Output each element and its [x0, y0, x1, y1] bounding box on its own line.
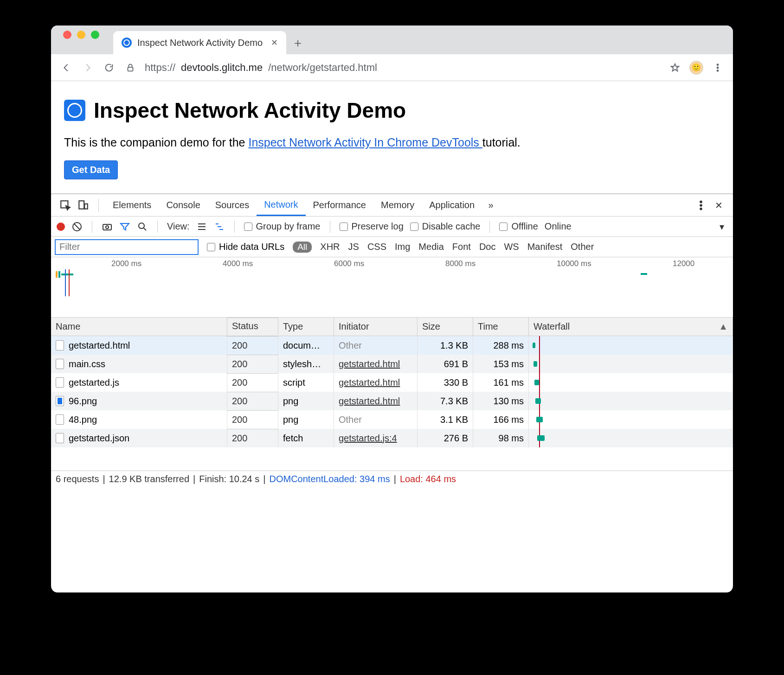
filter-all-pill[interactable]: All	[293, 242, 312, 253]
filter-input[interactable]	[55, 239, 199, 255]
filter-type-manifest[interactable]: Manifest	[527, 242, 563, 252]
clear-button[interactable]	[71, 221, 83, 232]
col-waterfall[interactable]: Waterfall▲	[529, 318, 733, 336]
svg-point-3	[717, 70, 719, 71]
hide-data-urls-checkbox[interactable]: Hide data URLs	[207, 242, 284, 252]
table-header[interactable]: Name Status Type Initiator Size Time Wat…	[51, 318, 733, 336]
devtools-tab-performance[interactable]: Performance	[306, 194, 374, 216]
devtools-tab-console[interactable]: Console	[159, 194, 207, 216]
bookmark-star-icon[interactable]	[668, 61, 682, 75]
forward-button[interactable]	[81, 61, 95, 75]
cell-waterfall	[529, 373, 733, 392]
table-row[interactable]: 48.png200pngOther3.1 KB166 ms	[51, 410, 733, 429]
inspect-element-icon[interactable]	[59, 199, 71, 211]
close-tab-button[interactable]: ✕	[271, 38, 278, 48]
filter-toggle-icon[interactable]	[119, 221, 130, 232]
more-tabs-button[interactable]: »	[485, 199, 497, 211]
status-requests: 6 requests	[56, 474, 99, 484]
svg-point-9	[700, 208, 701, 209]
new-tab-button[interactable]: ＋	[286, 31, 309, 54]
record-button[interactable]	[57, 223, 65, 231]
cell-initiator: Other	[334, 336, 418, 355]
filter-type-other[interactable]: Other	[571, 242, 594, 252]
tab-strip: Inspect Network Activity Demo ✕ ＋	[51, 25, 733, 54]
filter-type-xhr[interactable]: XHR	[320, 242, 340, 252]
reload-button[interactable]	[102, 61, 116, 75]
filter-type-img[interactable]: Img	[395, 242, 410, 252]
cell-initiator[interactable]: getstarted.html	[334, 355, 418, 373]
disable-cache-checkbox[interactable]: Disable cache	[410, 221, 481, 232]
cell-initiator[interactable]: getstarted.js:4	[334, 429, 418, 447]
col-initiator[interactable]: Initiator	[334, 318, 418, 336]
filter-type-doc[interactable]: Doc	[479, 242, 496, 252]
waterfall-view-icon[interactable]	[214, 221, 225, 232]
devtools-menu-button[interactable]	[695, 199, 707, 211]
cell-name: getstarted.html	[69, 340, 130, 351]
col-time[interactable]: Time	[473, 318, 529, 336]
tab-title: Inspect Network Activity Demo	[137, 38, 263, 48]
svg-point-7	[700, 201, 701, 202]
table-row[interactable]: main.css200stylesh…getstarted.html691 B1…	[51, 355, 733, 373]
cell-name: 96.png	[69, 396, 97, 407]
cell-waterfall	[529, 336, 733, 355]
cell-waterfall	[529, 429, 733, 447]
table-row[interactable]: getstarted.js200scriptgetstarted.html330…	[51, 373, 733, 392]
preserve-log-checkbox[interactable]: Preserve log	[340, 221, 404, 232]
cell-initiator[interactable]: getstarted.html	[334, 373, 418, 392]
back-button[interactable]	[59, 61, 73, 75]
browser-tab[interactable]: Inspect Network Activity Demo ✕	[113, 31, 286, 54]
file-icon	[56, 433, 64, 443]
offline-checkbox[interactable]: Offline	[499, 221, 538, 232]
filter-type-ws[interactable]: WS	[504, 242, 519, 252]
col-status[interactable]: Status	[227, 318, 278, 334]
devtools-tab-memory[interactable]: Memory	[373, 194, 422, 216]
file-icon	[56, 377, 64, 388]
cell-type: png	[278, 410, 334, 429]
col-size[interactable]: Size	[418, 318, 473, 336]
filter-type-font[interactable]: Font	[452, 242, 471, 252]
timeline-overview[interactable]: 2000 ms4000 ms6000 ms8000 ms10000 ms1200…	[51, 257, 733, 318]
filter-type-media[interactable]: Media	[418, 242, 443, 252]
col-type[interactable]: Type	[278, 318, 334, 336]
devtools-tab-application[interactable]: Application	[422, 194, 482, 216]
cell-initiator[interactable]: getstarted.html	[334, 392, 418, 410]
url-display[interactable]: https://devtools.glitch.me/network/getst…	[145, 62, 661, 74]
page-title: Inspect Network Activity Demo	[94, 98, 406, 123]
throttling-dropdown[interactable]: ▾	[716, 221, 727, 232]
devtools-tab-sources[interactable]: Sources	[208, 194, 257, 216]
profile-avatar[interactable]: 🙂	[689, 61, 703, 75]
search-icon[interactable]	[137, 221, 148, 232]
svg-point-8	[700, 204, 701, 206]
tutorial-link[interactable]: Inspect Network Activity In Chrome DevTo…	[248, 136, 482, 149]
device-toggle-icon[interactable]	[77, 199, 89, 211]
timeline-tick: 6000 ms	[334, 259, 364, 268]
timeline-tick: 8000 ms	[445, 259, 476, 268]
screenshot-icon[interactable]	[102, 221, 113, 232]
view-label: View:	[167, 221, 190, 232]
group-by-frame-checkbox[interactable]: Group by frame	[244, 221, 321, 232]
cell-time: 153 ms	[473, 355, 529, 373]
col-name[interactable]: Name	[51, 318, 227, 336]
online-label[interactable]: Online	[545, 221, 572, 232]
get-data-button[interactable]: Get Data	[64, 160, 118, 179]
cell-time: 288 ms	[473, 336, 529, 355]
svg-rect-6	[84, 204, 88, 209]
url-host: devtools.glitch.me	[181, 62, 263, 74]
cell-name: main.css	[69, 359, 105, 369]
filter-type-css[interactable]: CSS	[367, 242, 386, 252]
favicon-icon	[122, 38, 132, 48]
close-window-button[interactable]	[63, 31, 71, 39]
large-rows-icon[interactable]	[196, 221, 207, 232]
cell-size: 1.3 KB	[418, 336, 473, 355]
table-row[interactable]: getstarted.html200docum…Other1.3 KB288 m…	[51, 336, 733, 355]
devtools-tab-elements[interactable]: Elements	[105, 194, 159, 216]
browser-menu-button[interactable]	[711, 61, 725, 75]
filter-type-js[interactable]: JS	[348, 242, 359, 252]
devtools-tab-network[interactable]: Network	[257, 194, 305, 216]
devtools-close-button[interactable]: ✕	[713, 199, 725, 211]
maximize-window-button[interactable]	[91, 31, 99, 39]
cell-type: png	[278, 392, 334, 410]
table-row[interactable]: getstarted.json200fetchgetstarted.js:427…	[51, 429, 733, 447]
table-row[interactable]: 96.png200pnggetstarted.html7.3 KB130 ms	[51, 392, 733, 410]
minimize-window-button[interactable]	[77, 31, 85, 39]
